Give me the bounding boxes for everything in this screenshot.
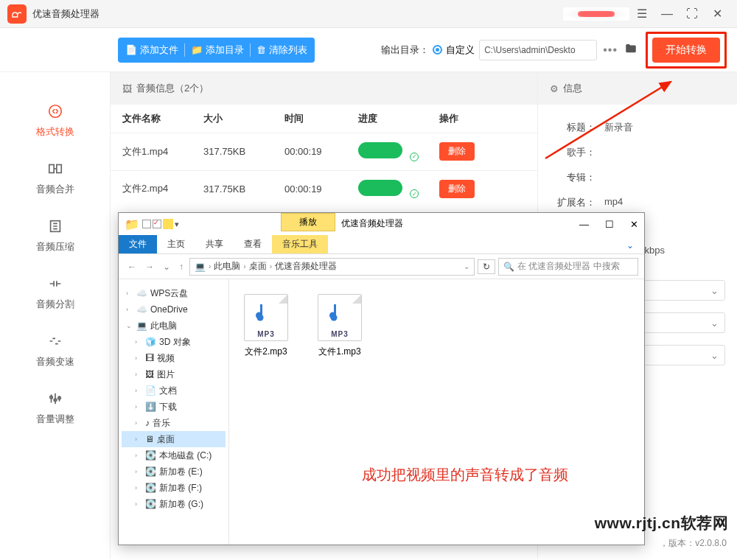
convert-highlight: 开始转换 bbox=[646, 32, 727, 69]
tree-node[interactable]: ›💽本地磁盘 (C:) bbox=[122, 447, 226, 463]
explorer-title: 优速音频处理器 bbox=[341, 217, 403, 230]
svg-point-8 bbox=[257, 315, 264, 321]
tree-node[interactable]: ›⬇️下载 bbox=[122, 399, 226, 415]
sidebar-item-split[interactable]: 音频分割 bbox=[0, 267, 110, 324]
tree-node[interactable]: ›📄文档 bbox=[122, 382, 226, 399]
col-size: 大小 bbox=[203, 112, 284, 125]
bitrate-label: kbps bbox=[645, 245, 665, 256]
user-area bbox=[563, 7, 629, 21]
list-header: 🖼 音频信息（2个） bbox=[111, 72, 537, 105]
watermark: www.rjtj.cn软荐网 bbox=[595, 513, 728, 533]
split-icon bbox=[0, 276, 110, 293]
maximize-icon[interactable]: ⛶ bbox=[684, 6, 700, 22]
clear-list-button[interactable]: 🗑清除列表 bbox=[256, 43, 307, 57]
table-row[interactable]: 文件1.mp4 317.75KB 00:00:19 删除 bbox=[111, 133, 537, 170]
tree-node[interactable]: ›♪音乐 bbox=[122, 415, 226, 431]
tab-music-tools[interactable]: 音乐工具 bbox=[272, 235, 328, 253]
sidebar-item-format[interactable]: 格式转换 bbox=[0, 94, 110, 152]
qa-check-red bbox=[153, 220, 161, 228]
app-title: 优速音频处理器 bbox=[32, 7, 99, 21]
file-buttons: 📄添加文件 📁添加目录 🗑清除列表 bbox=[118, 38, 315, 63]
tree-node[interactable]: ›💽新加卷 (E:) bbox=[122, 463, 226, 480]
svg-point-9 bbox=[331, 315, 338, 321]
col-time: 时间 bbox=[284, 112, 358, 125]
tree-node[interactable]: ⌄💻此电脑 bbox=[122, 318, 226, 334]
breadcrumb[interactable]: 💻› 此电脑› 桌面› 优速音频处理器 ⌄ bbox=[189, 258, 475, 276]
output-path-input[interactable] bbox=[479, 40, 597, 60]
tree-node[interactable]: ›☁️WPS云盘 bbox=[122, 285, 226, 301]
tree-node[interactable]: ›💽新加卷 (F:) bbox=[122, 480, 226, 496]
col-name: 文件名称 bbox=[122, 112, 203, 125]
tab-file[interactable]: 文件 bbox=[119, 235, 157, 253]
ex-minimize-icon[interactable]: — bbox=[579, 219, 589, 230]
annotation-message: 成功把视频里的声音转成了音频 bbox=[362, 465, 568, 485]
file-item[interactable]: MP3文件1.mp3 bbox=[318, 294, 362, 530]
pc-icon: 💻 bbox=[195, 262, 206, 272]
add-folder-button[interactable]: 📁添加目录 bbox=[191, 43, 244, 57]
explorer-tree: ›☁️WPS云盘›☁️OneDrive⌄💻此电脑›🧊3D 对象›🎞视频›🖼图片›… bbox=[119, 279, 229, 545]
delete-button[interactable]: 删除 bbox=[439, 180, 475, 198]
table-header: 文件名称 大小 时间 进度 操作 bbox=[111, 105, 537, 133]
ex-maximize-icon[interactable]: ☐ bbox=[605, 219, 614, 230]
file-item[interactable]: MP3文件2.mp3 bbox=[244, 294, 288, 530]
custom-radio[interactable] bbox=[433, 45, 442, 55]
ex-close-icon[interactable]: ✕ bbox=[630, 219, 638, 230]
sidebar-item-merge[interactable]: 音频合并 bbox=[0, 152, 110, 209]
sidebar-item-volume[interactable]: 音量调整 bbox=[0, 382, 110, 439]
open-folder-icon[interactable] bbox=[624, 42, 638, 58]
compress-icon bbox=[0, 218, 110, 236]
tab-share[interactable]: 共享 bbox=[195, 235, 234, 253]
qa-folder bbox=[163, 219, 173, 229]
svg-rect-1 bbox=[49, 165, 53, 173]
folder-icon: 📁 bbox=[125, 217, 139, 231]
delete-button[interactable]: 删除 bbox=[439, 142, 475, 161]
sidebar: 格式转换 音频合并 音频压缩 音频分割 音频变速 音量调整 bbox=[0, 72, 111, 559]
tab-home[interactable]: 主页 bbox=[157, 235, 195, 253]
nav-fwd-icon[interactable]: → bbox=[142, 262, 157, 272]
explorer-titlebar: 📁 ▾ 播放 优速音频处理器 — ☐ ✕ bbox=[119, 213, 644, 235]
add-file-button[interactable]: 📄添加文件 bbox=[125, 43, 178, 57]
explorer-search[interactable]: 🔍 在 优速音频处理器 中搜索 bbox=[498, 258, 638, 276]
more-icon[interactable]: ••• bbox=[603, 43, 618, 57]
menu-icon[interactable]: ☰ bbox=[634, 6, 650, 22]
tree-node[interactable]: ›🖥桌面 bbox=[122, 431, 226, 447]
custom-label: 自定义 bbox=[446, 43, 475, 57]
volume-icon bbox=[0, 391, 110, 408]
minimize-icon[interactable]: — bbox=[659, 6, 675, 22]
quick-access-icons: ▾ bbox=[142, 219, 179, 229]
table-row[interactable]: 文件2.mp4 317.75KB 00:00:19 删除 bbox=[111, 170, 537, 208]
image-icon: 🖼 bbox=[122, 83, 132, 94]
play-tab[interactable]: 播放 bbox=[281, 213, 335, 231]
progress-pill bbox=[358, 142, 402, 158]
format-icon bbox=[0, 103, 110, 121]
toolbar: 📄添加文件 📁添加目录 🗑清除列表 输出目录： 自定义 ••• 开始转换 bbox=[0, 28, 737, 72]
done-icon bbox=[410, 153, 419, 161]
col-progress: 进度 bbox=[358, 112, 439, 125]
merge-icon bbox=[0, 161, 110, 178]
qa-check bbox=[142, 220, 151, 228]
nav-back-icon[interactable]: ← bbox=[125, 262, 139, 272]
explorer-window: 📁 ▾ 播放 优速音频处理器 — ☐ ✕ 文件 主页 共享 查看 音乐工具 ⌄ … bbox=[118, 212, 645, 545]
info-header: ⚙ 信息 bbox=[538, 72, 737, 105]
ribbon-expand-icon[interactable]: ⌄ bbox=[616, 237, 644, 253]
title-bar: 优速音频处理器 ☰ — ⛶ ✕ bbox=[0, 0, 737, 28]
tree-node[interactable]: ›☁️OneDrive bbox=[122, 301, 226, 318]
svg-rect-2 bbox=[56, 165, 60, 173]
footer-version: ，版本：v2.0.8.0 bbox=[660, 537, 727, 550]
start-convert-button[interactable]: 开始转换 bbox=[652, 38, 720, 63]
nav-recent-icon[interactable]: ⌄ bbox=[160, 262, 173, 272]
tab-view[interactable]: 查看 bbox=[234, 235, 272, 253]
tree-node[interactable]: ›🧊3D 对象 bbox=[122, 334, 226, 350]
close-icon[interactable]: ✕ bbox=[709, 6, 725, 22]
gear-icon: ⚙ bbox=[550, 83, 559, 94]
tree-node[interactable]: ›🎞视频 bbox=[122, 350, 226, 366]
explorer-ribbon-tabs: 文件 主页 共享 查看 音乐工具 ⌄ bbox=[119, 235, 644, 254]
tree-node[interactable]: ›💽新加卷 (G:) bbox=[122, 496, 226, 512]
refresh-icon[interactable]: ↻ bbox=[478, 259, 495, 274]
speed-icon bbox=[0, 333, 110, 351]
sidebar-item-compress[interactable]: 音频压缩 bbox=[0, 209, 110, 267]
tree-node[interactable]: ›🖼图片 bbox=[122, 366, 226, 382]
svg-point-0 bbox=[49, 105, 61, 118]
nav-up-icon[interactable]: ↑ bbox=[176, 262, 186, 272]
sidebar-item-speed[interactable]: 音频变速 bbox=[0, 324, 110, 382]
